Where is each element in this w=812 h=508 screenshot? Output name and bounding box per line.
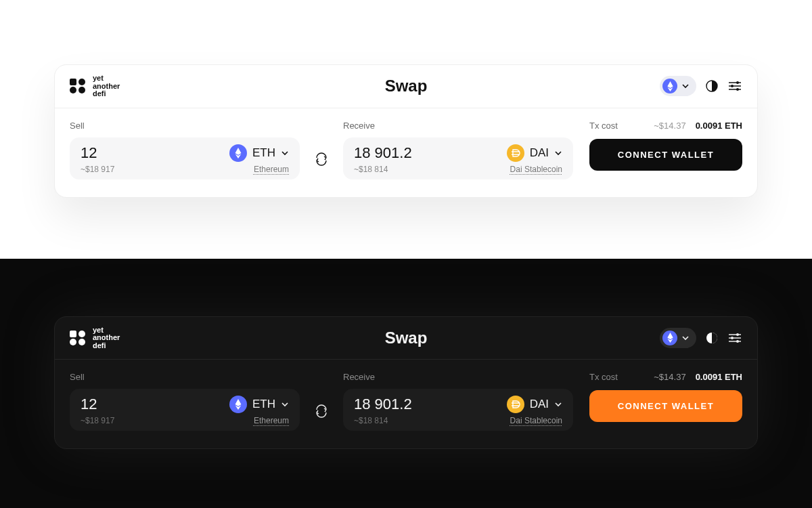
receive-usd-value: ~$18 814 bbox=[354, 416, 388, 425]
svg-point-19 bbox=[731, 337, 734, 339]
ethereum-icon bbox=[662, 79, 677, 93]
receive-usd-value: ~$18 814 bbox=[354, 165, 388, 174]
brand-text: yet another defi bbox=[93, 326, 120, 350]
card-header: yet another defi Swap bbox=[55, 65, 757, 108]
sell-token-symbol: ETH bbox=[252, 146, 275, 160]
receive-token-symbol: DAI bbox=[530, 146, 549, 160]
svg-point-10 bbox=[736, 88, 739, 91]
chevron-down-icon bbox=[554, 149, 562, 157]
sell-amount-input[interactable]: 12 bbox=[81, 144, 97, 162]
sell-box: 12 ETH ~$18 917 Ethereum bbox=[70, 137, 300, 179]
swap-card-light: yet another defi Swap bbox=[0, 0, 812, 259]
receive-token-selector[interactable]: DAI bbox=[507, 396, 562, 413]
theme-toggle[interactable] bbox=[704, 331, 719, 345]
swap-card: yet another defi Swap bbox=[54, 316, 758, 450]
txcost-label: Tx cost bbox=[589, 121, 618, 131]
sell-token-name-link[interactable]: Ethereum bbox=[254, 165, 289, 174]
receive-token-name-link[interactable]: Dai Stablecoin bbox=[510, 416, 562, 425]
tx-cost-column: Tx cost ~$14.37 0.0091 ETH CONNECT WALLE… bbox=[589, 121, 742, 171]
sell-usd-value: ~$18 917 bbox=[81, 416, 114, 425]
receive-amount: 18 901.2 bbox=[354, 144, 412, 162]
ethereum-icon bbox=[662, 331, 677, 345]
chevron-down-icon bbox=[681, 334, 690, 342]
sell-box: 12 ETH ~$18 917 Ethereum bbox=[70, 389, 300, 431]
receive-label: Receive bbox=[343, 121, 573, 131]
sell-label: Sell bbox=[70, 372, 300, 382]
chevron-down-icon bbox=[554, 400, 562, 408]
txcost-usd: ~$14.37 bbox=[654, 372, 685, 382]
svg-rect-11 bbox=[70, 331, 76, 337]
header-controls bbox=[660, 76, 742, 96]
brand-mark-icon bbox=[70, 79, 87, 93]
svg-point-21 bbox=[736, 340, 739, 343]
sell-token-selector[interactable]: ETH bbox=[229, 144, 289, 162]
chevron-down-icon bbox=[281, 149, 289, 157]
svg-point-6 bbox=[736, 81, 739, 84]
brand-logo[interactable]: yet another defi bbox=[70, 326, 120, 350]
settings-button[interactable] bbox=[727, 79, 742, 93]
svg-point-14 bbox=[78, 339, 85, 345]
sell-token-name-link[interactable]: Ethereum bbox=[254, 416, 289, 425]
network-selector[interactable] bbox=[660, 328, 696, 348]
receive-column: Receive 18 901.2 DAI ~$18 814 bbox=[343, 121, 573, 179]
chevron-down-icon bbox=[281, 400, 289, 408]
eth-token-icon bbox=[229, 144, 247, 162]
svg-point-2 bbox=[70, 87, 76, 93]
txcost-native: 0.0091 ETH bbox=[696, 372, 742, 382]
chevron-down-icon bbox=[681, 82, 690, 90]
eth-token-icon bbox=[229, 396, 247, 413]
svg-rect-0 bbox=[70, 79, 76, 85]
brand-logo[interactable]: yet another defi bbox=[70, 75, 120, 98]
swap-card: yet another defi Swap bbox=[54, 64, 758, 198]
sell-usd-value: ~$18 917 bbox=[81, 165, 114, 174]
dai-token-icon bbox=[507, 144, 524, 162]
receive-column: Receive 18 901.2 DAI ~$18 814 bbox=[343, 372, 573, 431]
receive-box: 18 901.2 DAI ~$18 814 Dai Stablecoin bbox=[343, 389, 573, 431]
dai-token-icon bbox=[507, 396, 524, 413]
page-title: Swap bbox=[385, 329, 428, 347]
svg-point-8 bbox=[731, 85, 734, 87]
receive-token-symbol: DAI bbox=[530, 398, 549, 411]
receive-box: 18 901.2 DAI ~$18 814 Dai Stablecoin bbox=[343, 137, 573, 179]
txcost-native: 0.0091 ETH bbox=[696, 121, 742, 131]
receive-token-name-link[interactable]: Dai Stablecoin bbox=[510, 165, 562, 174]
brand-mark-icon bbox=[70, 331, 87, 345]
svg-point-17 bbox=[736, 333, 739, 336]
theme-toggle[interactable] bbox=[704, 79, 719, 93]
settings-button[interactable] bbox=[727, 331, 742, 345]
svg-point-13 bbox=[70, 339, 76, 345]
connect-wallet-button[interactable]: CONNECT WALLET bbox=[589, 390, 742, 422]
swap-card-dark: yet another defi Swap bbox=[0, 259, 812, 508]
card-body: Sell 12 ETH ~$18 917 bbox=[55, 360, 757, 448]
network-selector[interactable] bbox=[660, 76, 696, 96]
header-controls bbox=[660, 328, 742, 348]
sell-column: Sell 12 ETH ~$18 917 bbox=[70, 121, 300, 179]
sell-token-selector[interactable]: ETH bbox=[229, 396, 289, 413]
svg-point-12 bbox=[78, 331, 85, 337]
page-title: Swap bbox=[385, 77, 428, 96]
sell-amount-input[interactable]: 12 bbox=[81, 396, 97, 413]
swap-direction-button[interactable] bbox=[312, 402, 331, 421]
sell-token-symbol: ETH bbox=[252, 398, 275, 411]
connect-wallet-button[interactable]: CONNECT WALLET bbox=[589, 139, 742, 171]
svg-point-1 bbox=[78, 79, 85, 85]
svg-point-3 bbox=[78, 87, 85, 93]
txcost-usd: ~$14.37 bbox=[654, 121, 685, 131]
card-body: Sell 12 ETH ~$18 917 bbox=[55, 108, 757, 197]
receive-label: Receive bbox=[343, 372, 573, 382]
sell-column: Sell 12 ETH ~$18 917 bbox=[70, 372, 300, 431]
tx-cost-column: Tx cost ~$14.37 0.0091 ETH CONNECT WALLE… bbox=[589, 372, 742, 422]
card-header: yet another defi Swap bbox=[55, 317, 757, 360]
sell-label: Sell bbox=[70, 121, 300, 131]
receive-amount: 18 901.2 bbox=[354, 396, 412, 413]
txcost-label: Tx cost bbox=[589, 372, 618, 382]
receive-token-selector[interactable]: DAI bbox=[507, 144, 562, 162]
brand-text: yet another defi bbox=[93, 75, 120, 98]
swap-direction-button[interactable] bbox=[312, 150, 331, 169]
